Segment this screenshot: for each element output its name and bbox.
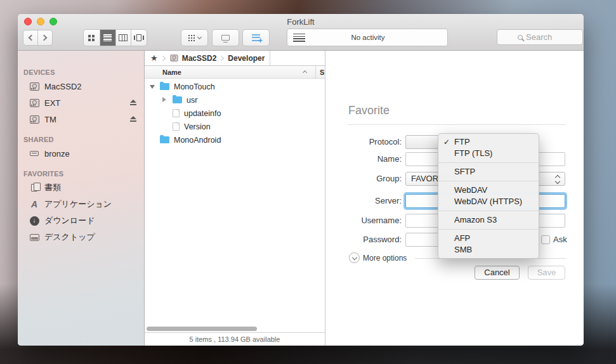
file-icon [173,109,180,117]
menu-item-label: AFP [454,233,470,243]
drive-icon [30,82,39,91]
star-icon[interactable]: ★ [150,53,158,63]
breadcrumb-crumb-folder[interactable]: Developer [228,54,265,63]
file-name: updateinfo [184,109,221,118]
drive-icon-wrap [29,115,40,124]
minimize-button[interactable] [37,18,44,25]
menu-item-label: SMB [454,245,472,254]
list-header: Name S [145,66,325,79]
chevron-left-icon [29,35,35,41]
titlebar: ForkLift No activity [18,14,584,51]
menu-separator [438,211,539,211]
sidebar-section: DEVICESMacSSD2EXTTM [18,68,144,127]
sidebar-item-label: TM [44,115,56,124]
breadcrumb-separator-icon [219,55,224,60]
menu-item-webdav[interactable]: WebDAV [438,185,539,196]
protocol-menu: ✓FTPFTP (TLS)SFTPWebDAVWebDAV (HTTPS)Ama… [438,133,539,259]
connect-devices-button[interactable] [212,29,239,46]
activity-panel[interactable]: No activity [287,29,448,46]
add-favorite-icon [252,34,260,41]
panel-divider [348,124,566,125]
add-favorite-button[interactable] [242,29,270,46]
folder-icon [160,83,169,90]
username-label: Username: [325,214,402,228]
activity-status: No activity [305,34,431,41]
column-header-name[interactable]: Name [162,68,181,76]
sidebar-section-title: DEVICES [18,68,144,78]
sidebar-item-label: ダウンロード [44,215,95,226]
sidebar-item-item[interactable]: ↓ダウンロード [18,212,144,229]
sidebar-item-label: MacSSD2 [44,82,82,91]
search-box [497,29,583,45]
search-input[interactable] [526,32,577,42]
eject-icon[interactable] [129,100,137,106]
zoom-button[interactable] [49,18,57,25]
drive-icon [30,115,39,124]
sort-ascending-icon [303,70,307,75]
cancel-button[interactable]: Cancel [475,266,520,280]
coverflow-view-button[interactable] [131,30,147,46]
file-row-version[interactable]: Version [145,120,325,133]
grid-icon [188,35,195,41]
menu-item-afp[interactable]: AFP [438,233,539,244]
breadcrumb-crumb-drive[interactable]: MacSSD2 [169,54,217,63]
activity-list-icon [293,34,305,42]
menu-item-amazon-s3[interactable]: Amazon S3 [438,214,539,226]
column-header-size[interactable]: S [320,68,324,76]
shared-icon [30,151,39,156]
file-row-monotouch[interactable]: MonoTouch [145,80,325,93]
menu-item-ftp-tls[interactable]: FTP (TLS) [438,148,539,159]
list-view-button[interactable] [100,30,115,46]
forward-button[interactable] [37,30,52,45]
sidebar-item-item[interactable]: Aアプリケーション [18,196,144,212]
disclosure-open-icon[interactable] [150,85,155,89]
password-label: Password: [325,233,402,247]
sidebar-item-macssd2[interactable]: MacSSD2 [18,78,144,94]
sidebar-item-bronze[interactable]: bronze [18,145,144,162]
sidebar-item-ext[interactable]: EXT [18,94,144,111]
file-icon [173,122,180,131]
eject-icon[interactable] [129,116,137,122]
file-name: usr [187,96,197,105]
menu-item-webdav-https[interactable]: WebDAV (HTTPS) [438,196,539,207]
close-button[interactable] [24,18,32,25]
file-row-usr[interactable]: usr [145,93,325,107]
column-view-icon [119,34,128,41]
protocol-popup[interactable] [405,135,442,149]
menu-item-sftp[interactable]: SFTP [438,166,539,178]
back-button[interactable] [23,30,37,45]
column-divider[interactable] [315,66,316,78]
column-view-button[interactable] [115,30,131,46]
sidebar-item-label: 書類 [44,182,61,193]
file-tree: MonoTouchusrupdateinfoVersionMonoAndroid [145,80,325,146]
forklift-window: ForkLift No activity [18,14,584,346]
drive-icon [30,99,39,107]
horizontal-scrollbar-thumb[interactable] [147,327,257,331]
file-row-updateinfo[interactable]: updateinfo [145,107,325,120]
sidebar-item-item[interactable]: デスクトップ [18,229,144,245]
sidebar-item-label: デスクトップ [44,231,95,243]
more-options-disclosure-button[interactable] [349,252,360,263]
sidebar-section: FAVORITES書類Aアプリケーション↓ダウンロードデスクトップ [18,170,144,245]
menu-item-ftp[interactable]: ✓FTP [438,136,539,148]
icon-view-button[interactable] [84,30,100,46]
more-options-label: More options [363,254,407,263]
breadcrumb-separator-icon [160,55,165,60]
ask-label: Ask [553,235,567,244]
sidebar-item-tm[interactable]: TM [18,111,144,127]
file-row-monoandroid[interactable]: MonoAndroid [145,133,325,146]
shared-icon-wrap [29,151,40,156]
disclosure-closed-icon[interactable] [162,97,166,102]
ask-checkbox[interactable] [541,235,550,244]
menu-separator [438,229,539,230]
group-label: Group: [325,172,402,186]
path-bar: ★ MacSSD2 Developer [145,51,325,66]
breadcrumb-label: Developer [228,54,265,63]
arrange-button[interactable] [181,29,208,46]
menu-item-smb[interactable]: SMB [438,244,539,256]
sidebar-item-item[interactable]: 書類 [18,179,144,196]
server-label: Server: [325,194,402,208]
save-button[interactable]: Save [528,266,565,280]
menu-item-label: Amazon S3 [454,215,497,224]
file-browser-pane: ★ MacSSD2 Developer Name S MonoTouchusru… [145,51,325,346]
